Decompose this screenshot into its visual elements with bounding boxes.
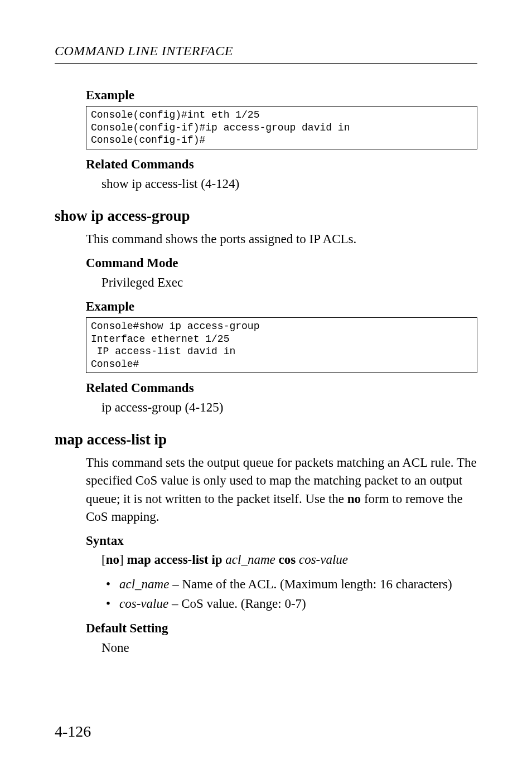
syntax-cmd: map access-list ip [127,553,222,567]
section-body-map-acl: This command sets the output queue for p… [55,454,477,657]
bullet-cos-value: cos-value – CoS value. (Range: 0-7) [119,594,477,614]
running-header: COMMAND LINE INTERFACE [55,43,477,64]
bullet-acl-name: acl_name – Name of the ACL. (Maximum len… [119,575,477,594]
page-content: COMMAND LINE INTERFACE Example Console(c… [0,0,532,690]
syntax-br-open: [ [101,553,106,567]
section-intro: This command shows the ports assigned to… [86,230,477,248]
section-body-show-ip: This command shows the ports assigned to… [55,230,477,417]
bullet1-rest: – Name of the ACL. (Maximum length: 16 c… [169,577,452,591]
related-commands-label: Related Commands [86,157,477,172]
bullet1-italic: acl_name [119,577,169,591]
bullet2-italic: cos-value [119,597,168,611]
page-number: 4-126 [55,723,91,741]
syntax-cosval: cos-value [299,553,348,567]
bullet2-rest: – CoS value. (Range: 0-7) [168,597,306,611]
syntax-no: no [106,553,119,567]
related-command-text: show ip access-list (4-124) [86,175,477,193]
example-label: Example [86,88,477,103]
syntax-line: [no] map access-list ip acl_name cos cos… [86,553,477,567]
section-head-show-ip: show ip access-group [55,207,477,225]
syntax-label: Syntax [86,534,477,548]
intro-bold: no [347,492,361,506]
default-setting-text: None [86,639,477,657]
syntax-bullets: acl_name – Name of the ACL. (Maximum len… [86,575,477,613]
code-example-2: Console#show ip access-group Interface e… [86,317,477,373]
command-mode-label: Command Mode [86,256,477,270]
default-setting-label: Default Setting [86,621,477,636]
syntax-br-close: ] [119,553,127,567]
section-intro-2: This command sets the output queue for p… [86,454,477,526]
code-example-1: Console(config)#int eth 1/25 Console(con… [86,106,477,149]
syntax-cos: cos [279,553,296,567]
example-label-2: Example [86,299,477,314]
block-example-1: Example Console(config)#int eth 1/25 Con… [55,88,477,193]
section-head-map-acl: map access-list ip [55,431,477,448]
syntax-aclname: acl_name [225,553,275,567]
command-mode-text: Privileged Exec [86,274,477,292]
related-commands-label-2: Related Commands [86,381,477,395]
related-command-text-2: ip access-group (4-125) [86,399,477,417]
